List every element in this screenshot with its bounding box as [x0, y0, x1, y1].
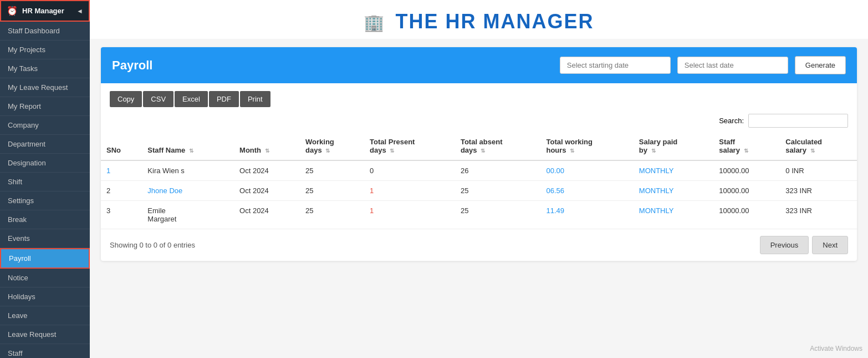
- cell-sno: 2: [101, 181, 142, 201]
- previous-button[interactable]: Previous: [760, 236, 809, 254]
- cell-total-present: 0: [364, 160, 455, 181]
- col-total-working-hours[interactable]: Total workinghours ⇅: [540, 132, 633, 160]
- search-input[interactable]: [748, 114, 848, 128]
- sidebar-item-events[interactable]: Events: [0, 229, 90, 248]
- cell-calculated-salary: 323 INR: [780, 201, 857, 229]
- cell-working-days: 25: [300, 201, 364, 229]
- col-staff-salary[interactable]: Staffsalary ⇅: [713, 132, 780, 160]
- sidebar-item-department[interactable]: Department: [0, 135, 90, 154]
- col-total-absent[interactable]: Total absentdays ⇅: [455, 132, 541, 160]
- table-body: 1 Kira Wien s Oct 2024 25 0 26 00.00 MON…: [101, 160, 857, 229]
- cell-staff-salary: 10000.00: [713, 201, 780, 229]
- windows-watermark: Activate Windows: [810, 345, 862, 352]
- staff-name-link[interactable]: Jhone Doe: [147, 186, 182, 195]
- cell-staff-name: Kira Wien s: [142, 160, 234, 181]
- cell-sno: 1: [101, 160, 142, 181]
- col-working-days[interactable]: Workingdays ⇅: [300, 132, 364, 160]
- copy-button[interactable]: Copy: [110, 91, 142, 107]
- cell-total-working-hours: 06.56: [540, 181, 633, 201]
- sort-icon-staff-salary: ⇅: [744, 148, 748, 154]
- sidebar-item-designation[interactable]: Designation: [0, 154, 90, 173]
- cell-salary-paid-by: MONTHLY: [634, 201, 713, 229]
- col-staff-name[interactable]: Staff Name ⇅: [142, 132, 234, 160]
- clock-icon: ⏰: [7, 6, 18, 16]
- cell-total-present: 1: [364, 201, 455, 229]
- sidebar-item-leave-request[interactable]: Leave Request: [0, 325, 90, 344]
- sidebar-item-my-report[interactable]: My Report: [0, 97, 90, 116]
- cell-working-days: 25: [300, 181, 364, 201]
- sort-icon-month: ⇅: [265, 148, 269, 154]
- cell-total-absent: 26: [455, 160, 541, 181]
- table-row: 3 EmileMargaret Oct 2024 25 1 25 11.49 M…: [101, 201, 857, 229]
- building-icon: 🏢: [364, 13, 385, 32]
- cell-total-working-hours: 11.49: [540, 201, 633, 229]
- col-month[interactable]: Month ⇅: [234, 132, 300, 160]
- sort-icon-calculated-salary: ⇅: [810, 148, 815, 154]
- cell-working-days: 25: [300, 160, 364, 181]
- payroll-header: Payroll Generate: [101, 47, 857, 83]
- cell-staff-name: EmileMargaret: [142, 201, 234, 229]
- csv-button[interactable]: CSV: [143, 91, 173, 107]
- last-date-input[interactable]: [677, 57, 788, 74]
- showing-text: Showing 0 to 0 of 0 entries: [110, 241, 195, 249]
- cell-total-absent: 25: [455, 181, 541, 201]
- col-total-present[interactable]: Total Presentdays ⇅: [364, 132, 455, 160]
- sidebar-item-my-projects[interactable]: My Projects: [0, 41, 90, 59]
- cell-salary-paid-by: MONTHLY: [634, 181, 713, 201]
- next-button[interactable]: Next: [812, 236, 848, 254]
- sidebar-toggle-arrow: ◄: [76, 7, 83, 15]
- col-salary-paid-by[interactable]: Salary paidby ⇅: [634, 132, 713, 160]
- sidebar-item-holidays[interactable]: Holidays: [0, 288, 90, 306]
- sidebar-item-settings[interactable]: Settings: [0, 191, 90, 210]
- cell-total-working-hours: 00.00: [540, 160, 633, 181]
- cell-total-present: 1: [364, 181, 455, 201]
- table-row: 1 Kira Wien s Oct 2024 25 0 26 00.00 MON…: [101, 160, 857, 181]
- col-calculated-salary[interactable]: Calculatedsalary ⇅: [780, 132, 857, 160]
- data-table: SNo Staff Name ⇅ Month ⇅ Workingdays ⇅ T…: [101, 132, 857, 229]
- cell-calculated-salary: 323 INR: [780, 181, 857, 201]
- cell-month: Oct 2024: [234, 160, 300, 181]
- generate-button[interactable]: Generate: [795, 56, 846, 74]
- sort-icon-staff-name: ⇅: [189, 148, 193, 154]
- sidebar-item-my-tasks[interactable]: My Tasks: [0, 59, 90, 78]
- pagination-area: Previous Next: [760, 236, 848, 254]
- cell-month: Oct 2024: [234, 201, 300, 229]
- sidebar-item-break[interactable]: Break: [0, 210, 90, 229]
- sidebar: ⏰ HR Manager ◄ Staff Dashboard My Projec…: [0, 0, 90, 358]
- cell-calculated-salary: 0 INR: [780, 160, 857, 181]
- app-title: 🏢 THE HR MANAGER: [364, 10, 594, 33]
- excel-button[interactable]: Excel: [175, 91, 208, 107]
- sort-icon-total-working-hours: ⇅: [570, 148, 574, 154]
- sort-icon-working-days: ⇅: [325, 148, 330, 154]
- cell-salary-paid-by: MONTHLY: [634, 160, 713, 181]
- sidebar-item-leave[interactable]: Leave: [0, 306, 90, 325]
- search-row: Search:: [101, 109, 857, 132]
- sidebar-item-staff[interactable]: Staff: [0, 344, 90, 358]
- sidebar-item-shift[interactable]: Shift: [0, 173, 90, 191]
- sidebar-item-company[interactable]: Company: [0, 116, 90, 135]
- table-footer: Showing 0 to 0 of 0 entries Previous Nex…: [101, 229, 857, 261]
- start-date-input[interactable]: [560, 57, 671, 74]
- sidebar-title: HR Manager: [22, 7, 64, 15]
- sidebar-item-my-leave-request[interactable]: My Leave Request: [0, 78, 90, 97]
- sidebar-item-payroll[interactable]: Payroll: [0, 248, 90, 269]
- sidebar-item-staff-dashboard[interactable]: Staff Dashboard: [0, 22, 90, 41]
- cell-sno: 3: [101, 201, 142, 229]
- col-sno: SNo: [101, 132, 142, 160]
- print-button[interactable]: Print: [240, 91, 270, 107]
- sort-icon-total-absent: ⇅: [481, 148, 485, 154]
- sort-icon-salary-paid-by: ⇅: [651, 148, 656, 154]
- pdf-button[interactable]: PDF: [209, 91, 239, 107]
- search-label: Search:: [719, 117, 744, 125]
- sort-icon-total-present: ⇅: [390, 148, 394, 154]
- table-toolbar: Copy CSV Excel PDF Print: [101, 83, 857, 109]
- app-header: 🏢 THE HR MANAGER: [90, 0, 868, 39]
- sidebar-item-notice[interactable]: Notice: [0, 269, 90, 288]
- cell-month: Oct 2024: [234, 181, 300, 201]
- cell-staff-name: Jhone Doe: [142, 181, 234, 201]
- sidebar-header[interactable]: ⏰ HR Manager ◄: [0, 0, 90, 22]
- cell-total-absent: 25: [455, 201, 541, 229]
- sno-link[interactable]: 1: [106, 167, 110, 175]
- cell-staff-salary: 10000.00: [713, 181, 780, 201]
- cell-staff-salary: 10000.00: [713, 160, 780, 181]
